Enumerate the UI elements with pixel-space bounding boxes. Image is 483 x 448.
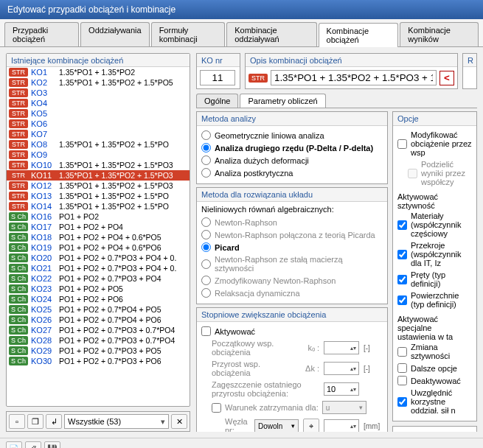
list-item[interactable]: STRKO111.35*PO1 + 1.35*PO2 + 1.5*PO3	[7, 170, 190, 181]
list-item[interactable]: S ChKO16PO1 + PO2	[7, 211, 190, 222]
badge: S Ch	[9, 295, 28, 304]
node-select[interactable]: Dowoln	[254, 419, 299, 432]
list-item[interactable]: STRKO11.35*PO1 + 1.35*PO2	[7, 67, 190, 77]
solver-opt-3[interactable]: Newton-Raphson ze stałą macierzą sztywno…	[201, 253, 383, 274]
combo-code: KO8	[31, 140, 56, 149]
z-spinner[interactable]: 10▴▾	[324, 382, 359, 396]
combo-code: KO3	[31, 88, 56, 97]
special-title: Aktywować specjalne ustawienia w ta	[397, 315, 472, 341]
int-title[interactable]: Odnieść siły wewnętrzne do zdefo konstru…	[397, 430, 472, 432]
solver-opt-2[interactable]: Picard	[201, 241, 383, 253]
list-item[interactable]: S ChKO26PO1 + PO2 + 0.7*PO4 + PO6	[7, 315, 190, 325]
footer-btn-1[interactable]: 📄	[6, 441, 22, 448]
ko-nr-input[interactable]	[200, 70, 235, 85]
stop-select[interactable]: u	[322, 401, 366, 414]
list-item[interactable]: S ChKO30PO1 + PO2 + 0.7*PO3 + PO6	[7, 356, 190, 366]
subtab-general[interactable]: Ogólne	[196, 94, 238, 108]
opis-input[interactable]	[271, 70, 437, 85]
opt-surfaces[interactable]: Powierzchnie (typ definicji)	[397, 290, 472, 310]
badge: S Ch	[9, 284, 28, 293]
list-item[interactable]: S ChKO27PO1 + PO2 + 0.7*PO3 + 0.7*PO4	[7, 325, 190, 335]
opt-divide[interactable]: Podzielić wyniki przez współczy	[408, 158, 472, 188]
tab-load-combos[interactable]: Kombinacje obciążeń	[319, 23, 399, 47]
list-item[interactable]: S ChKO21PO1 + PO2 + 0.7*PO3 + PO4 + 0.	[7, 263, 190, 273]
tab-actions[interactable]: Oddziaływania	[80, 22, 150, 46]
incr-title: Stopniowe zwiększanie obciążenia	[197, 308, 387, 322]
list-item[interactable]: STRKO6	[7, 119, 190, 129]
combo-formula: PO1 + PO2 + PO4 + 0.6*PO5	[59, 233, 161, 242]
list-item[interactable]: S ChKO25PO1 + PO2 + 0.7*PO4 + PO5	[7, 304, 190, 315]
list-item[interactable]: STRKO5	[7, 108, 190, 119]
list-item[interactable]: S ChKO28PO1 + PO2 + 0.7*PO3 + 0.7*PO4	[7, 335, 190, 346]
tab-load-cases[interactable]: Przypadki obciążeń	[4, 22, 79, 46]
solver-opt-5[interactable]: Relaksacja dynamiczna	[201, 287, 383, 299]
solver-opt-4[interactable]: Zmodyfikowany Newton-Raphson	[201, 274, 383, 287]
opt-more[interactable]: Dalsze opcje	[397, 362, 472, 374]
copy-button[interactable]: ❐	[27, 414, 44, 429]
analysis-title: Metoda analizy	[197, 112, 387, 126]
list-item[interactable]: S ChKO18PO1 + PO2 + PO4 + 0.6*PO5	[7, 232, 190, 242]
opt-materials[interactable]: Materiały (współczynnik częściowy	[397, 210, 472, 239]
opt-sections[interactable]: Przekroje (współczynnik dla IT, Iz	[397, 239, 472, 269]
analysis-opt-1[interactable]: Analiza drugiego rzędu (P-Delta / P-delt…	[201, 141, 383, 154]
list-item[interactable]: S ChKO17PO1 + PO2 + PO4	[7, 222, 190, 232]
opt-stiff-change[interactable]: Zmiana sztywności	[397, 341, 472, 362]
analysis-opt-0[interactable]: Geometrycznie liniowa analiza	[201, 129, 383, 141]
list-item[interactable]: S ChKO20PO1 + PO2 + 0.7*PO3 + PO4 + 0.	[7, 253, 190, 263]
delete-button[interactable]: ✕	[171, 414, 187, 429]
stop-condition[interactable]: Warunek zatrzymania dla:u	[212, 399, 383, 416]
list-item[interactable]: S ChKO22PO1 + PO2 + 0.7*PO3 + PO4	[7, 273, 190, 284]
list-item[interactable]: STRKO3	[7, 88, 190, 98]
opt-mod-load[interactable]: Modyfikować obciążenie przez wsp	[397, 129, 472, 158]
list-item[interactable]: STRKO141.35*PO1 + 1.35*PO2 + 1.5*PO	[7, 201, 190, 211]
list-item[interactable]: S ChKO29PO1 + PO2 + 0.7*PO3 + PO5	[7, 346, 190, 356]
list-item[interactable]: STRKO7	[7, 129, 190, 139]
list-item[interactable]: STRKO81.35*PO1 + 1.35*PO2 + 1.5*PO	[7, 139, 190, 150]
new-button[interactable]: ▫	[9, 414, 25, 429]
list-item[interactable]: STRKO101.35*PO1 + 1.35*PO2 + 1.5*PO3	[7, 160, 190, 170]
opt-fav-effect[interactable]: Uwzględnić korzystne oddział. sił n	[397, 387, 472, 416]
combo-code: KO14	[31, 202, 56, 211]
node-pick-icon[interactable]: ⌖	[303, 419, 319, 432]
list-item[interactable]: STRKO21.35*PO1 + 1.35*PO2 + 1.5*PO5	[7, 77, 190, 88]
list-item[interactable]: S ChKO23PO1 + PO2 + PO5	[7, 284, 190, 294]
badge: STR	[9, 130, 28, 139]
r-title: R	[463, 54, 476, 67]
combo-code: KO19	[31, 243, 56, 252]
combo-code: KO12	[31, 181, 56, 190]
footer-btn-3[interactable]: 💾	[44, 441, 60, 448]
k0-spinner[interactable]: ▴▾	[324, 341, 359, 354]
opis-action-button[interactable]: <	[439, 71, 454, 85]
combo-list[interactable]: STRKO11.35*PO1 + 1.35*PO2STRKO21.35*PO1 …	[7, 67, 190, 390]
list-item[interactable]: STRKO131.35*PO1 + 1.35*PO2 + 1.5*PO	[7, 191, 190, 201]
analysis-opt-2[interactable]: Analiza dużych deformacji	[201, 154, 383, 167]
combo-code: KO29	[31, 346, 56, 355]
combo-formula: 1.35*PO1 + 1.35*PO2 + 1.5*PO3	[59, 161, 173, 169]
combo-code: KO16	[31, 212, 56, 221]
list-item[interactable]: S ChKO24PO1 + PO2 + PO6	[7, 294, 190, 304]
footer-btn-2[interactable]: 🖨	[25, 441, 41, 448]
list-item[interactable]: STRKO121.35*PO1 + 1.35*PO2 + 1.5*PO3	[7, 181, 190, 191]
combo-formula: PO1 + PO2 + 0.7*PO3 + PO6	[59, 357, 161, 365]
tab-action-combos[interactable]: Kombinacje oddziaływań	[226, 22, 316, 46]
combo-formula: 1.35*PO1 + 1.35*PO2 + 1.5*PO3	[59, 181, 173, 190]
solver-opt-1[interactable]: Newton-Raphson połączona z teorią Picard…	[201, 228, 383, 241]
sort-button[interactable]: ↲	[46, 414, 62, 429]
list-item[interactable]: STRKO4	[7, 98, 190, 108]
tab-combo-formulas[interactable]: Formuły kombinacji	[151, 22, 226, 46]
incr-activate[interactable]: Aktywować	[201, 325, 383, 337]
opt-members[interactable]: Pręty (typ definicji)	[397, 269, 472, 290]
opt-deactivate[interactable]: Deaktywować	[397, 374, 472, 387]
list-item[interactable]: STRKO9	[7, 150, 190, 160]
combo-code: KO24	[31, 295, 56, 304]
list-item[interactable]: S ChKO19PO1 + PO2 + PO4 + 0.6*PO6	[7, 242, 190, 253]
dk-spinner[interactable]: ▴▾	[324, 362, 359, 375]
solver-opt-0[interactable]: Newton-Raphson	[201, 216, 383, 228]
filter-dropdown[interactable]: Wszystkie (53)	[64, 414, 169, 429]
combo-code: KO4	[31, 99, 56, 108]
node-val-spinner[interactable]: ▴▾	[324, 419, 359, 432]
analysis-opt-3[interactable]: Analiza postkrytyczna	[201, 167, 383, 179]
tab-result-combos[interactable]: Kombinacje wyników	[400, 22, 479, 46]
subtab-params[interactable]: Parametry obliczeń	[240, 94, 325, 108]
combo-code: KO30	[31, 357, 56, 365]
